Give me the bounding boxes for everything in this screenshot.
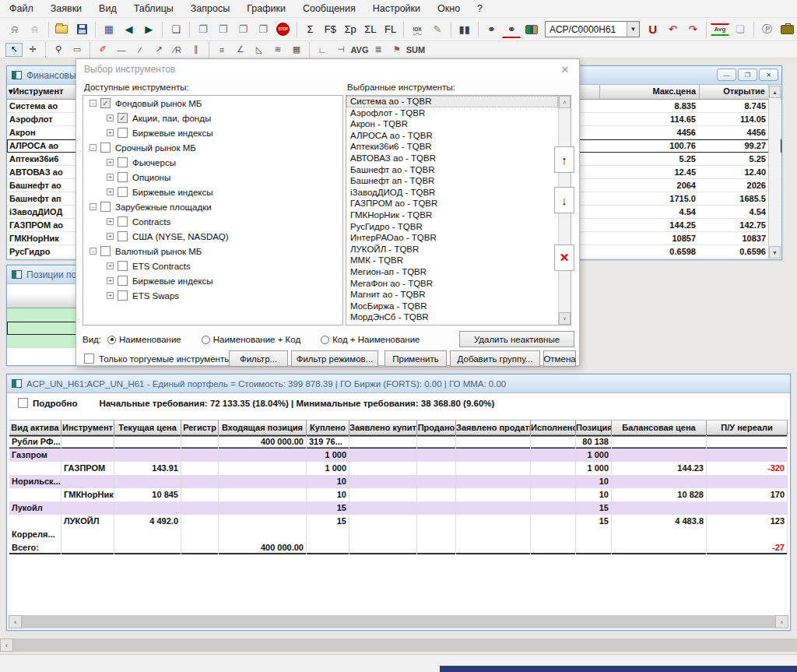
view-option[interactable]: Наименование + Код (202, 335, 300, 344)
portfolio-table-row[interactable]: ЛУКОЙЛ4 492.015154 483.8123 (9, 515, 788, 528)
tree-checkbox[interactable] (118, 216, 128, 227)
selected-instrument-item[interactable]: МосБиржа - TQBR (346, 301, 558, 312)
portfolio-table-row[interactable]: Лукойл1515 (9, 501, 788, 515)
scroll-left-icon[interactable]: ‹ (9, 615, 22, 628)
save-icon[interactable] (72, 21, 91, 38)
expand-icon[interactable]: + (107, 218, 114, 225)
view-option[interactable]: Код + Наименование (321, 335, 420, 344)
selected-instrument-item[interactable]: Аэрофлот - TQBR (346, 107, 558, 119)
collapse-icon[interactable]: - (90, 144, 97, 151)
accounts-icon[interactable] (522, 21, 541, 38)
find-underline-icon[interactable]: ⚭ (502, 21, 521, 38)
menu-item-Сообщения[interactable]: Сообщения (303, 3, 356, 14)
erase-tool-icon[interactable]: ✐ (94, 43, 111, 57)
expand-icon[interactable]: + (107, 129, 114, 136)
briefcase-icon[interactable] (778, 21, 796, 38)
portfolio-col-12[interactable]: Балансовая цена (612, 420, 707, 435)
portfolio-col-8[interactable]: Продано (417, 420, 456, 435)
notepad-icon[interactable]: ❏ (167, 21, 185, 38)
export-table-icon[interactable]: ❐ (233, 21, 252, 38)
only-traded-checkbox[interactable] (84, 354, 94, 364)
menu-item-Заявки[interactable]: Заявки (51, 3, 82, 14)
trend-arrow-tool-icon[interactable]: ↗ (150, 43, 167, 57)
arcs-tool-icon[interactable]: ≋ (269, 43, 286, 57)
apply-button[interactable]: Применить (384, 350, 447, 367)
bell-ring-icon[interactable]: ⍾ (5, 21, 24, 38)
chevron-down-icon[interactable]: ▼ (627, 22, 639, 37)
bell-off-icon[interactable]: ⍾ (26, 21, 44, 38)
tree-checkbox[interactable] (118, 231, 128, 241)
scroll-right-icon[interactable]: › (775, 615, 788, 628)
finance-vertical-scrollbar[interactable]: ▲ ▼ (768, 86, 781, 259)
tree-node[interactable]: +Биржевые индексы (83, 185, 342, 199)
scroll-up-icon[interactable]: ˄ (559, 96, 571, 108)
remove-inactive-button[interactable]: Удалить неактивные (459, 331, 574, 347)
selected-instrument-item[interactable]: ГАЗПРОМ ао - TQBR (346, 198, 558, 209)
menu-item-Вид[interactable]: Вид (99, 3, 117, 14)
ruler-tool-icon[interactable]: ▭ (68, 43, 86, 57)
selected-instrument-item[interactable]: iЗаводДИОД - TQBR (346, 187, 558, 199)
portfolio-col-3[interactable]: Текущая цена (114, 420, 181, 435)
minimize-button[interactable]: — (717, 69, 736, 81)
crosshair-tool-icon[interactable]: ✛ (24, 43, 41, 57)
expand-icon[interactable]: + (107, 188, 114, 195)
portfolio-col-6[interactable]: Куплено (307, 420, 349, 435)
selected-instrument-item[interactable]: АЛРОСА ао - TQBR (346, 130, 558, 142)
find-icon[interactable]: ⚭ (483, 21, 501, 38)
expand-icon[interactable]: + (107, 262, 114, 269)
tree-node[interactable]: +ETS Contracts (83, 259, 342, 273)
fibo-fan-tool-icon[interactable]: ◺ (251, 43, 268, 57)
tree-node[interactable]: -Валютный рынок МБ (83, 244, 342, 259)
menu-item-Настройки[interactable]: Настройки (373, 3, 420, 14)
tree-checkbox[interactable] (100, 142, 111, 153)
levels-tool-icon[interactable]: ≡ (213, 43, 230, 57)
chart-back-icon[interactable]: ◀ (120, 21, 139, 38)
tree-node[interactable]: -Срочный рынок МБ (83, 140, 342, 155)
restore-button[interactable]: ❐ (738, 69, 757, 81)
axes-tool-icon[interactable]: ∟ (314, 43, 331, 57)
menu-item-Запросы[interactable]: Запросы (191, 3, 230, 14)
tree-checkbox[interactable]: ✓ (118, 113, 128, 123)
dialog-titlebar[interactable]: Выбор инструментов (76, 59, 579, 79)
quotes-columns-icon[interactable]: ▮▮ (455, 21, 474, 38)
open-folder-icon[interactable] (52, 21, 71, 38)
tree-node[interactable]: +Биржевые индексы (83, 125, 342, 140)
scroll-down-icon[interactable]: ˅ (559, 312, 571, 325)
col-max-price[interactable]: Макс.цена (599, 85, 699, 99)
scroll-up-icon[interactable]: ▲ (769, 86, 781, 98)
selected-instrument-item[interactable]: ЛУКОЙЛ - TQBR (346, 244, 558, 255)
portfolio-col-2[interactable]: Инструмент (61, 420, 114, 435)
selected-instrument-item[interactable]: ИнтерРАОао - TQBR (346, 232, 558, 244)
delete-selected-button[interactable]: ✕ (554, 245, 574, 271)
u-limit-icon[interactable]: U (644, 21, 662, 38)
add-group-button[interactable]: Добавить группу... (450, 350, 540, 367)
expand-icon[interactable]: + (107, 174, 114, 181)
view-option[interactable]: Наименование (107, 335, 181, 344)
portfolio-col-1[interactable]: Вид актива (9, 420, 61, 435)
expand-icon[interactable]: + (107, 292, 114, 299)
zoom-tool-icon[interactable]: ⚲ (50, 43, 67, 57)
menu-item-Файл[interactable]: Файл (9, 3, 33, 14)
formula-limits-icon[interactable]: FL (381, 21, 400, 38)
col-instrument[interactable]: ▾Инструмент (7, 85, 76, 99)
selected-instrument-item[interactable]: Аптеки36и6 - TQBR (346, 141, 558, 153)
radio-icon[interactable] (202, 336, 210, 344)
selected-instrument-item[interactable]: МордЭнСб - TQBR (346, 311, 558, 323)
tree-checkbox[interactable] (118, 290, 128, 301)
sum-positions-icon[interactable]: Σp (341, 21, 360, 38)
new-table-icon[interactable]: ▦ (100, 21, 118, 38)
tree-checkbox[interactable] (118, 276, 128, 286)
selected-instrument-item[interactable]: МегаФон ао - TQBR (346, 278, 558, 290)
stop-export-icon[interactable]: STOP (274, 21, 293, 38)
flag-tool-icon[interactable]: ⚑ (388, 43, 406, 57)
copy-append-icon[interactable]: ❐ (214, 21, 233, 38)
menu-item-Графики[interactable]: Графики (247, 3, 286, 14)
portfolio-p-icon[interactable]: Ⓟ (758, 21, 777, 38)
portfolio-table-row[interactable]: ГМКНорНик10 845101010 828170 (9, 488, 788, 501)
scroll-left-icon[interactable]: ‹ (0, 639, 13, 652)
expand-icon[interactable]: + (107, 277, 114, 284)
detail-checkbox[interactable] (18, 398, 28, 408)
selected-instrument-item[interactable]: РусГидро - TQBR (346, 221, 558, 233)
tree-node[interactable]: +Биржевые индексы (83, 273, 342, 288)
selected-instrument-item[interactable]: Башнефт ап - TQBR (346, 175, 558, 187)
